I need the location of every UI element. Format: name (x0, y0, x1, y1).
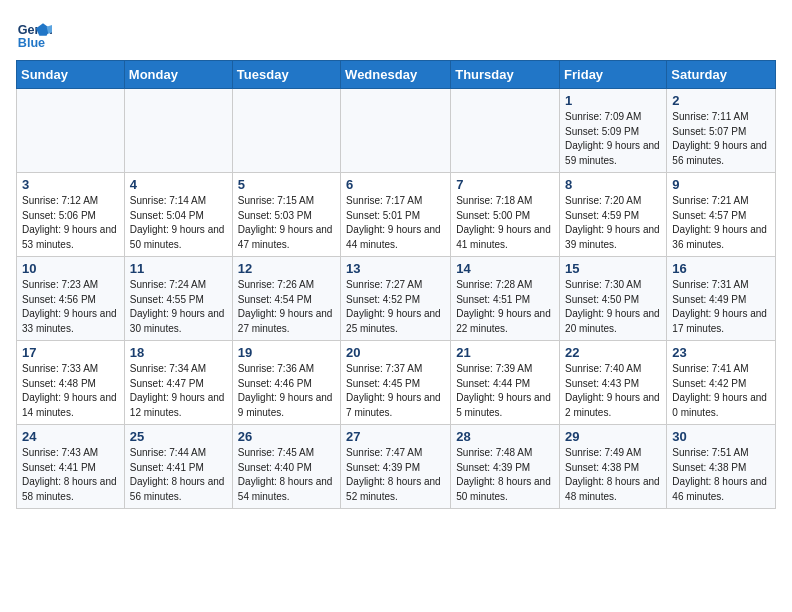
week-row-2: 3Sunrise: 7:12 AM Sunset: 5:06 PM Daylig… (17, 173, 776, 257)
week-row-1: 1Sunrise: 7:09 AM Sunset: 5:09 PM Daylig… (17, 89, 776, 173)
day-number: 22 (565, 345, 661, 360)
day-number: 20 (346, 345, 445, 360)
day-info: Sunrise: 7:39 AM Sunset: 4:44 PM Dayligh… (456, 362, 554, 420)
day-info: Sunrise: 7:44 AM Sunset: 4:41 PM Dayligh… (130, 446, 227, 504)
calendar-cell: 6Sunrise: 7:17 AM Sunset: 5:01 PM Daylig… (341, 173, 451, 257)
day-number: 27 (346, 429, 445, 444)
calendar-cell: 29Sunrise: 7:49 AM Sunset: 4:38 PM Dayli… (560, 425, 667, 509)
calendar-header-row: SundayMondayTuesdayWednesdayThursdayFrid… (17, 61, 776, 89)
day-number: 7 (456, 177, 554, 192)
day-number: 29 (565, 429, 661, 444)
calendar-cell: 11Sunrise: 7:24 AM Sunset: 4:55 PM Dayli… (124, 257, 232, 341)
calendar-cell: 19Sunrise: 7:36 AM Sunset: 4:46 PM Dayli… (232, 341, 340, 425)
calendar-cell: 15Sunrise: 7:30 AM Sunset: 4:50 PM Dayli… (560, 257, 667, 341)
day-number: 23 (672, 345, 770, 360)
calendar-cell: 30Sunrise: 7:51 AM Sunset: 4:38 PM Dayli… (667, 425, 776, 509)
calendar-cell: 8Sunrise: 7:20 AM Sunset: 4:59 PM Daylig… (560, 173, 667, 257)
day-number: 28 (456, 429, 554, 444)
calendar-cell (232, 89, 340, 173)
calendar-cell: 14Sunrise: 7:28 AM Sunset: 4:51 PM Dayli… (451, 257, 560, 341)
day-header-tuesday: Tuesday (232, 61, 340, 89)
calendar-cell: 27Sunrise: 7:47 AM Sunset: 4:39 PM Dayli… (341, 425, 451, 509)
day-number: 15 (565, 261, 661, 276)
day-number: 12 (238, 261, 335, 276)
day-number: 18 (130, 345, 227, 360)
calendar-cell: 5Sunrise: 7:15 AM Sunset: 5:03 PM Daylig… (232, 173, 340, 257)
day-number: 17 (22, 345, 119, 360)
svg-text:Blue: Blue (18, 36, 45, 50)
day-info: Sunrise: 7:12 AM Sunset: 5:06 PM Dayligh… (22, 194, 119, 252)
day-number: 30 (672, 429, 770, 444)
day-header-friday: Friday (560, 61, 667, 89)
day-number: 21 (456, 345, 554, 360)
day-info: Sunrise: 7:33 AM Sunset: 4:48 PM Dayligh… (22, 362, 119, 420)
calendar-cell: 12Sunrise: 7:26 AM Sunset: 4:54 PM Dayli… (232, 257, 340, 341)
day-number: 2 (672, 93, 770, 108)
day-info: Sunrise: 7:28 AM Sunset: 4:51 PM Dayligh… (456, 278, 554, 336)
day-info: Sunrise: 7:26 AM Sunset: 4:54 PM Dayligh… (238, 278, 335, 336)
calendar-cell: 23Sunrise: 7:41 AM Sunset: 4:42 PM Dayli… (667, 341, 776, 425)
day-header-monday: Monday (124, 61, 232, 89)
week-row-3: 10Sunrise: 7:23 AM Sunset: 4:56 PM Dayli… (17, 257, 776, 341)
day-number: 25 (130, 429, 227, 444)
calendar-cell: 25Sunrise: 7:44 AM Sunset: 4:41 PM Dayli… (124, 425, 232, 509)
logo: General Blue (16, 16, 52, 52)
page-header: General Blue (16, 16, 776, 52)
calendar-cell: 2Sunrise: 7:11 AM Sunset: 5:07 PM Daylig… (667, 89, 776, 173)
day-number: 1 (565, 93, 661, 108)
day-number: 8 (565, 177, 661, 192)
day-info: Sunrise: 7:51 AM Sunset: 4:38 PM Dayligh… (672, 446, 770, 504)
calendar-cell: 7Sunrise: 7:18 AM Sunset: 5:00 PM Daylig… (451, 173, 560, 257)
day-number: 3 (22, 177, 119, 192)
day-info: Sunrise: 7:36 AM Sunset: 4:46 PM Dayligh… (238, 362, 335, 420)
day-info: Sunrise: 7:41 AM Sunset: 4:42 PM Dayligh… (672, 362, 770, 420)
calendar-cell: 9Sunrise: 7:21 AM Sunset: 4:57 PM Daylig… (667, 173, 776, 257)
day-info: Sunrise: 7:40 AM Sunset: 4:43 PM Dayligh… (565, 362, 661, 420)
calendar-cell (17, 89, 125, 173)
calendar-cell: 3Sunrise: 7:12 AM Sunset: 5:06 PM Daylig… (17, 173, 125, 257)
day-number: 14 (456, 261, 554, 276)
calendar-cell: 28Sunrise: 7:48 AM Sunset: 4:39 PM Dayli… (451, 425, 560, 509)
day-number: 6 (346, 177, 445, 192)
calendar-cell (341, 89, 451, 173)
day-info: Sunrise: 7:09 AM Sunset: 5:09 PM Dayligh… (565, 110, 661, 168)
calendar-cell (124, 89, 232, 173)
day-header-thursday: Thursday (451, 61, 560, 89)
day-number: 11 (130, 261, 227, 276)
calendar-cell: 4Sunrise: 7:14 AM Sunset: 5:04 PM Daylig… (124, 173, 232, 257)
day-number: 9 (672, 177, 770, 192)
calendar-cell: 20Sunrise: 7:37 AM Sunset: 4:45 PM Dayli… (341, 341, 451, 425)
calendar-cell: 17Sunrise: 7:33 AM Sunset: 4:48 PM Dayli… (17, 341, 125, 425)
calendar-cell: 26Sunrise: 7:45 AM Sunset: 4:40 PM Dayli… (232, 425, 340, 509)
day-number: 16 (672, 261, 770, 276)
day-info: Sunrise: 7:15 AM Sunset: 5:03 PM Dayligh… (238, 194, 335, 252)
day-info: Sunrise: 7:31 AM Sunset: 4:49 PM Dayligh… (672, 278, 770, 336)
day-info: Sunrise: 7:17 AM Sunset: 5:01 PM Dayligh… (346, 194, 445, 252)
week-row-5: 24Sunrise: 7:43 AM Sunset: 4:41 PM Dayli… (17, 425, 776, 509)
calendar-cell: 10Sunrise: 7:23 AM Sunset: 4:56 PM Dayli… (17, 257, 125, 341)
day-info: Sunrise: 7:34 AM Sunset: 4:47 PM Dayligh… (130, 362, 227, 420)
logo-icon: General Blue (16, 16, 52, 52)
calendar-cell: 18Sunrise: 7:34 AM Sunset: 4:47 PM Dayli… (124, 341, 232, 425)
day-header-sunday: Sunday (17, 61, 125, 89)
calendar-cell: 13Sunrise: 7:27 AM Sunset: 4:52 PM Dayli… (341, 257, 451, 341)
day-info: Sunrise: 7:18 AM Sunset: 5:00 PM Dayligh… (456, 194, 554, 252)
day-number: 5 (238, 177, 335, 192)
calendar-cell: 22Sunrise: 7:40 AM Sunset: 4:43 PM Dayli… (560, 341, 667, 425)
day-info: Sunrise: 7:11 AM Sunset: 5:07 PM Dayligh… (672, 110, 770, 168)
day-info: Sunrise: 7:27 AM Sunset: 4:52 PM Dayligh… (346, 278, 445, 336)
day-info: Sunrise: 7:43 AM Sunset: 4:41 PM Dayligh… (22, 446, 119, 504)
day-header-saturday: Saturday (667, 61, 776, 89)
day-number: 26 (238, 429, 335, 444)
day-number: 24 (22, 429, 119, 444)
calendar-cell: 21Sunrise: 7:39 AM Sunset: 4:44 PM Dayli… (451, 341, 560, 425)
calendar-cell: 24Sunrise: 7:43 AM Sunset: 4:41 PM Dayli… (17, 425, 125, 509)
calendar-cell: 16Sunrise: 7:31 AM Sunset: 4:49 PM Dayli… (667, 257, 776, 341)
day-info: Sunrise: 7:14 AM Sunset: 5:04 PM Dayligh… (130, 194, 227, 252)
day-header-wednesday: Wednesday (341, 61, 451, 89)
calendar-cell (451, 89, 560, 173)
day-number: 13 (346, 261, 445, 276)
day-info: Sunrise: 7:30 AM Sunset: 4:50 PM Dayligh… (565, 278, 661, 336)
day-info: Sunrise: 7:21 AM Sunset: 4:57 PM Dayligh… (672, 194, 770, 252)
day-info: Sunrise: 7:24 AM Sunset: 4:55 PM Dayligh… (130, 278, 227, 336)
